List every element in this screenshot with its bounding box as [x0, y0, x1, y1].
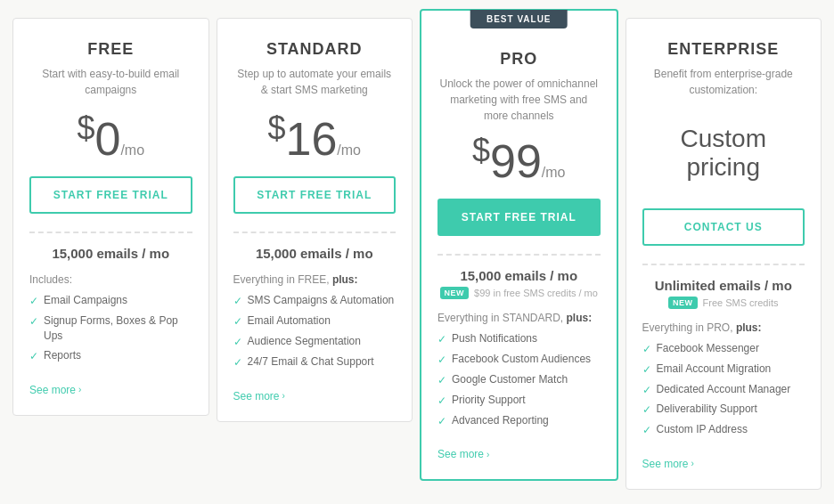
feature-item-standard-2: ✓ Audience Segmentation [233, 334, 397, 350]
custom-price-enterprise: Custom pricing [642, 112, 805, 194]
check-icon-enterprise-0: ✓ [642, 342, 651, 357]
plan-name-free: FREE [29, 40, 192, 59]
see-more-arrow-standard: › [282, 391, 285, 401]
feature-item-pro-4: ✓ Advanced Reporting [437, 413, 601, 429]
price-amount-free: $0/mo [77, 113, 144, 165]
feature-text-standard-0: SMS Campaigns & Automation [248, 293, 395, 308]
plan-name-pro: PRO [437, 50, 601, 69]
see-more-free[interactable]: See more › [29, 384, 81, 396]
check-icon-pro-4: ✓ [437, 414, 446, 429]
feature-item-enterprise-2: ✓ Dedicated Account Manager [642, 382, 805, 398]
features-section-free: Includes: ✓ Email Campaigns ✓ Signup For… [29, 273, 192, 363]
sms-credits-row-pro: NEW $99 in free SMS credits / mo [437, 287, 601, 299]
price-amount-pro: $99/mo [472, 135, 566, 187]
plan-card-free: FREEStart with easy-to-build email campa… [12, 18, 209, 416]
check-icon-standard-0: ✓ [233, 294, 242, 309]
emails-count-free: 15,000 emails / mo [29, 246, 192, 261]
price-period-free: /mo [120, 142, 144, 158]
features-header-free: Includes: [29, 273, 192, 286]
new-badge-pro: NEW [440, 287, 470, 299]
feature-text-free-1: Signup Forms, Boxes & Pop Ups [44, 313, 192, 344]
feature-item-free-1: ✓ Signup Forms, Boxes & Pop Ups [29, 313, 192, 344]
check-icon-standard-2: ✓ [233, 335, 242, 350]
feature-text-enterprise-3: Deliverability Support [657, 402, 757, 417]
check-icon-free-0: ✓ [29, 294, 38, 309]
feature-text-enterprise-1: Email Account Migration [657, 362, 772, 377]
plan-name-enterprise: ENTERPRISE [642, 40, 805, 59]
feature-item-free-0: ✓ Email Campaigns [29, 293, 192, 309]
see-more-arrow-free: › [78, 385, 81, 394]
cta-button-free[interactable]: START FREE TRIAL [29, 176, 192, 214]
plan-name-standard: STANDARD [233, 40, 397, 59]
see-more-label-standard: See more [233, 390, 280, 402]
feature-item-standard-3: ✓ 24/7 Email & Chat Support [233, 354, 397, 370]
emails-section-pro: 15,000 emails / mo NEW $99 in free SMS c… [437, 254, 601, 299]
feature-item-enterprise-1: ✓ Email Account Migration [642, 362, 805, 378]
price-row-free: $0/mo [29, 112, 192, 162]
feature-item-free-2: ✓ Reports [29, 348, 192, 364]
check-icon-pro-3: ✓ [437, 394, 446, 409]
feature-item-pro-2: ✓ Google Customer Match [437, 372, 601, 388]
price-row-pro: $99/mo [437, 134, 601, 184]
plan-description-enterprise: Benefit from enterprise-grade customizat… [642, 66, 805, 102]
feature-text-pro-4: Advanced Reporting [452, 413, 549, 428]
price-dollar-pro: $ [472, 132, 490, 168]
check-icon-enterprise-1: ✓ [642, 362, 651, 378]
new-badge-enterprise: NEW [668, 297, 698, 309]
emails-section-standard: 15,000 emails / mo [233, 232, 397, 261]
see-more-pro[interactable]: See more › [437, 448, 489, 460]
price-amount-standard: $16/mo [267, 113, 361, 165]
price-dollar-free: $ [77, 110, 94, 146]
plan-card-pro: BEST VALUEPROUnlock the power of omnicha… [420, 9, 618, 481]
check-icon-enterprise-2: ✓ [642, 383, 651, 398]
check-icon-free-2: ✓ [29, 349, 38, 364]
price-period-pro: /mo [542, 165, 566, 180]
emails-count-pro: 15,000 emails / mo [437, 268, 601, 283]
check-icon-free-1: ✓ [29, 314, 38, 329]
plan-description-pro: Unlock the power of omnichannel marketin… [437, 76, 601, 124]
feature-item-enterprise-4: ✓ Custom IP Address [642, 422, 805, 438]
feature-item-standard-1: ✓ Email Automation [233, 313, 397, 329]
sms-credits-text-pro: $99 in free SMS credits / mo [474, 288, 598, 298]
see-more-arrow-enterprise: › [691, 459, 694, 468]
feature-item-enterprise-0: ✓ Facebook Messenger [642, 341, 805, 357]
features-section-pro: Everything in STANDARD, plus: ✓ Push Not… [437, 312, 601, 428]
features-header-standard: Everything in FREE, plus: [233, 273, 397, 286]
emails-count-enterprise: Unlimited emails / mo [642, 278, 805, 293]
feature-text-pro-1: Facebook Custom Audiences [452, 352, 591, 367]
feature-item-enterprise-3: ✓ Deliverability Support [642, 402, 805, 418]
emails-section-enterprise: Unlimited emails / mo NEW Free SMS credi… [642, 264, 805, 309]
check-icon-pro-1: ✓ [437, 353, 446, 368]
cta-button-standard[interactable]: START FREE TRIAL [233, 176, 397, 214]
check-icon-pro-0: ✓ [437, 332, 446, 347]
features-section-enterprise: Everything in PRO, plus: ✓ Facebook Mess… [642, 321, 805, 438]
sms-credits-text-enterprise: Free SMS credits [703, 297, 779, 308]
cta-button-enterprise[interactable]: CONTACT US [642, 208, 805, 246]
feature-text-enterprise-0: Facebook Messenger [657, 341, 759, 356]
best-value-badge: BEST VALUE [470, 10, 568, 28]
check-icon-standard-3: ✓ [233, 355, 242, 370]
price-period-standard: /mo [337, 142, 361, 158]
feature-text-free-0: Email Campaigns [44, 293, 127, 308]
see-more-label-pro: See more [437, 448, 484, 460]
emails-section-free: 15,000 emails / mo [29, 232, 192, 261]
check-icon-standard-1: ✓ [233, 314, 242, 329]
see-more-enterprise[interactable]: See more › [642, 458, 694, 470]
plan-description-free: Start with easy-to-build email campaigns [29, 66, 192, 102]
cta-button-pro[interactable]: START FREE TRIAL [437, 199, 601, 236]
features-section-standard: Everything in FREE, plus: ✓ SMS Campaign… [233, 273, 397, 370]
feature-item-pro-1: ✓ Facebook Custom Audiences [437, 352, 601, 368]
feature-text-pro-2: Google Customer Match [452, 372, 568, 387]
feature-text-enterprise-2: Dedicated Account Manager [657, 382, 791, 397]
feature-item-pro-3: ✓ Priority Support [437, 393, 601, 409]
see-more-standard[interactable]: See more › [233, 390, 285, 402]
feature-item-pro-0: ✓ Push Notifications [437, 331, 601, 347]
feature-text-standard-3: 24/7 Email & Chat Support [248, 354, 374, 370]
check-icon-pro-2: ✓ [437, 373, 446, 388]
check-icon-enterprise-4: ✓ [642, 423, 651, 438]
emails-count-standard: 15,000 emails / mo [233, 246, 397, 261]
see-more-arrow-pro: › [487, 450, 489, 459]
check-icon-enterprise-3: ✓ [642, 402, 651, 418]
plan-card-standard: STANDARDStep up to automate your emails … [217, 18, 413, 422]
feature-text-pro-3: Priority Support [452, 393, 526, 408]
